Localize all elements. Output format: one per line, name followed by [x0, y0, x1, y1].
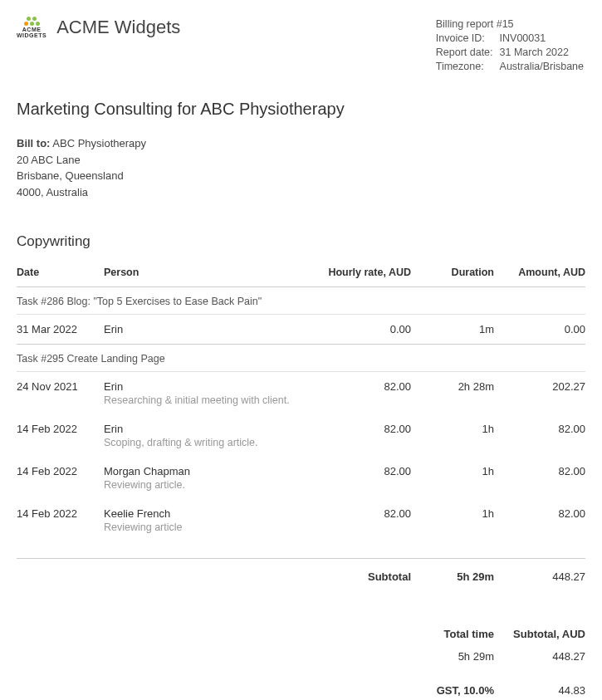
entry-amount: 82.00: [494, 414, 585, 435]
logo-dots-icon: [24, 22, 40, 26]
summary-table: Total time Subtotal, AUD 5h 29m 448.27 G…: [17, 616, 585, 700]
logo-text-line1: ACME: [22, 27, 42, 32]
entry-rate: 0.00: [311, 315, 411, 345]
entry-note: Reviewing article: [104, 520, 585, 559]
billing-report-number: Billing report #15: [436, 18, 584, 31]
bill-to-label: Bill to:: [17, 137, 50, 149]
table-row-note: Scoping, drafting & writing article.: [17, 435, 585, 457]
entries-table: Date Person Hourly rate, AUD Duration Am…: [17, 260, 585, 591]
logo-dots-icon: [27, 17, 37, 21]
subtotal-duration: 5h 29m: [411, 559, 494, 592]
table-row: 14 Feb 2022 Keelie French 82.00 1h 82.00: [17, 499, 585, 520]
entry-rate: 82.00: [311, 372, 411, 394]
company-logo: ACME WIDGETS: [17, 17, 46, 38]
bill-to: Bill to: ABC Physiotherapy 20 ABC Lane B…: [17, 135, 585, 200]
entry-amount: 202.27: [494, 372, 585, 394]
task-title: Task #286 Blog: "Top 5 Exercises to Ease…: [17, 287, 585, 315]
entry-person: Morgan Chapman: [104, 457, 311, 477]
entry-date: 31 Mar 2022: [17, 315, 104, 345]
bill-to-address-line3: 4000, Australia: [17, 184, 585, 201]
subtotal-aud-label: Subtotal, AUD: [494, 616, 585, 645]
entry-note: Scoping, drafting & writing article.: [104, 435, 585, 457]
table-row: 14 Feb 2022 Erin 82.00 1h 82.00: [17, 414, 585, 435]
bill-to-address-line1: 20 ABC Lane: [17, 152, 585, 169]
entry-duration: 2h 28m: [411, 372, 494, 394]
entry-person: Erin: [104, 372, 311, 394]
entry-person: Keelie French: [104, 499, 311, 520]
logo-text-line2: WIDGETS: [17, 32, 46, 38]
entry-note: Reviewing article.: [104, 477, 585, 499]
entry-date: 14 Feb 2022: [17, 499, 104, 520]
entry-amount: 82.00: [494, 457, 585, 477]
company-name: ACME Widgets: [56, 17, 180, 38]
task-row: Task #295 Create Landing Page: [17, 345, 585, 372]
entry-amount: 82.00: [494, 499, 585, 520]
entry-duration: 1h: [411, 499, 494, 520]
timezone-label: Timezone:: [436, 61, 498, 73]
bill-to-name: ABC Physiotherapy: [52, 137, 146, 149]
col-amount: Amount, AUD: [494, 260, 585, 287]
entry-note: Researching & initial meeting with clien…: [104, 393, 585, 414]
subtotal-label: Subtotal: [311, 559, 411, 592]
subtotal-row: Subtotal 5h 29m 448.27: [17, 559, 585, 592]
entry-date: 14 Feb 2022: [17, 414, 104, 435]
table-row: 24 Nov 2021 Erin 82.00 2h 28m 202.27: [17, 372, 585, 394]
subtotal-amount: 448.27: [494, 559, 585, 592]
entry-duration: 1h: [411, 414, 494, 435]
table-row-note: Reviewing article.: [17, 477, 585, 499]
section-title: Copywriting: [17, 233, 585, 250]
subtotal-aud-value: 448.27: [494, 645, 585, 668]
table-row: 31 Mar 2022 Erin 0.00 1m 0.00: [17, 315, 585, 345]
report-date-label: Report date:: [436, 47, 498, 59]
report-date-value: 31 March 2022: [500, 47, 584, 59]
col-person: Person: [104, 260, 311, 287]
entry-rate: 82.00: [311, 414, 411, 435]
entry-person: Erin: [104, 414, 311, 435]
timezone-value: Australia/Brisbane: [500, 61, 584, 73]
col-duration: Duration: [411, 260, 494, 287]
col-rate: Hourly rate, AUD: [311, 260, 411, 287]
report-title: Marketing Consulting for ABC Physiothera…: [17, 100, 585, 119]
entry-amount: 0.00: [494, 315, 585, 345]
invoice-id-value: INV00031: [500, 32, 584, 45]
header-meta: Billing report #15 Invoice ID: INV00031 …: [434, 17, 585, 75]
table-row-note: Researching & initial meeting with clien…: [17, 393, 585, 414]
invoice-id-label: Invoice ID:: [436, 32, 498, 45]
task-title: Task #295 Create Landing Page: [17, 345, 585, 372]
col-date: Date: [17, 260, 104, 287]
header-left: ACME WIDGETS ACME Widgets: [17, 17, 180, 38]
gst-label: GST, 10.0%: [403, 668, 494, 700]
document-header: ACME WIDGETS ACME Widgets Billing report…: [17, 17, 585, 75]
gst-value: 44.83: [494, 668, 585, 700]
total-time-value: 5h 29m: [403, 645, 494, 668]
entry-date: 24 Nov 2021: [17, 372, 104, 394]
total-time-label: Total time: [403, 616, 494, 645]
task-row: Task #286 Blog: "Top 5 Exercises to Ease…: [17, 287, 585, 315]
entry-rate: 82.00: [311, 457, 411, 477]
entry-duration: 1m: [411, 315, 494, 345]
entry-duration: 1h: [411, 457, 494, 477]
table-row-note: Reviewing article: [17, 520, 585, 559]
table-row: 14 Feb 2022 Morgan Chapman 82.00 1h 82.0…: [17, 457, 585, 477]
entry-rate: 82.00: [311, 499, 411, 520]
entry-date: 14 Feb 2022: [17, 457, 104, 477]
bill-to-address-line2: Brisbane, Queensland: [17, 168, 585, 184]
entry-person: Erin: [104, 315, 311, 345]
